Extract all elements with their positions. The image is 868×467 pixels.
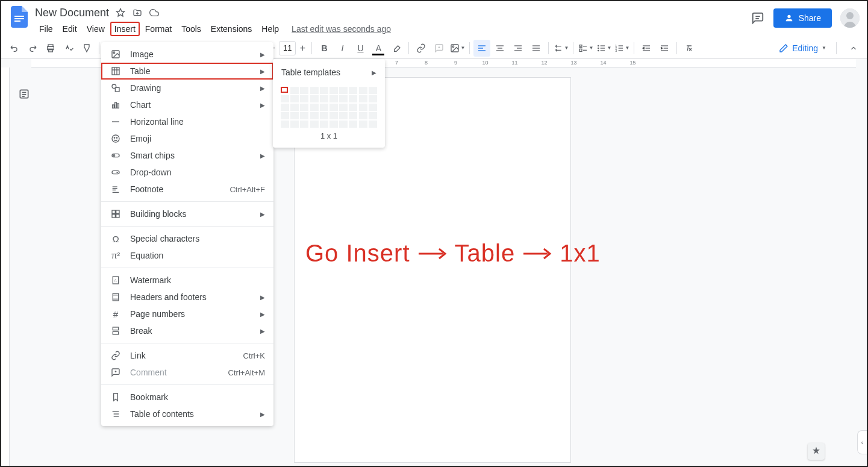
table-grid-cell[interactable] — [320, 87, 328, 94]
table-grid-cell[interactable] — [339, 95, 348, 102]
table-grid-cell[interactable] — [290, 121, 299, 128]
table-grid-cell[interactable] — [310, 87, 319, 94]
table-grid-cell[interactable] — [310, 121, 319, 128]
table-grid-cell[interactable] — [281, 95, 289, 102]
document-title[interactable]: New Document — [35, 7, 109, 19]
table-grid-cell[interactable] — [281, 121, 289, 128]
spellcheck-button[interactable] — [60, 40, 77, 57]
table-grid-cell[interactable] — [359, 121, 367, 128]
menu-item-image[interactable]: Image▶ — [101, 46, 273, 63]
italic-button[interactable]: I — [334, 40, 351, 57]
table-grid-cell[interactable] — [320, 121, 328, 128]
share-button[interactable]: Share — [773, 8, 832, 28]
menu-view[interactable]: View — [83, 22, 109, 36]
menu-item-watermark[interactable]: AWatermark — [101, 272, 273, 289]
table-grid-cell[interactable] — [359, 112, 367, 119]
menu-item-drawing[interactable]: Drawing▶ — [101, 80, 273, 96]
numbered-list-button[interactable]: 123▼ — [613, 40, 630, 57]
menu-item-table[interactable]: Table▶ — [101, 63, 273, 80]
table-grid-cell[interactable] — [329, 121, 338, 128]
table-grid-cell[interactable] — [349, 95, 357, 102]
image-button[interactable]: ▼ — [449, 40, 466, 57]
table-grid-cell[interactable] — [369, 87, 377, 94]
move-icon[interactable] — [132, 7, 143, 18]
table-grid-cell[interactable] — [359, 104, 367, 111]
menu-tools[interactable]: Tools — [177, 22, 205, 36]
table-grid-cell[interactable] — [310, 95, 319, 102]
table-grid-cell[interactable] — [339, 104, 348, 111]
table-grid-cell[interactable] — [320, 104, 328, 111]
explore-button[interactable] — [808, 443, 825, 460]
table-grid-cell[interactable] — [281, 104, 289, 111]
table-grid-cell[interactable] — [329, 87, 338, 94]
table-grid-cell[interactable] — [369, 112, 377, 119]
star-icon[interactable] — [115, 7, 126, 18]
vertical-ruler[interactable] — [1, 67, 10, 466]
table-grid-cell[interactable] — [290, 104, 299, 111]
user-avatar[interactable] — [840, 8, 860, 28]
menu-extensions[interactable]: Extensions — [207, 22, 256, 36]
menu-item-break[interactable]: Break▶ — [101, 322, 273, 339]
menu-item-equation[interactable]: π²Equation — [101, 247, 273, 264]
highlight-button[interactable] — [388, 40, 405, 57]
docs-logo[interactable] — [8, 6, 30, 28]
decrease-indent-button[interactable] — [638, 40, 655, 57]
table-grid-cell[interactable] — [359, 95, 367, 102]
table-grid-cell[interactable] — [281, 112, 289, 119]
table-grid-cell[interactable] — [339, 87, 348, 94]
text-color-button[interactable]: A — [370, 40, 387, 57]
table-grid-cell[interactable] — [369, 104, 377, 111]
align-right-button[interactable] — [510, 40, 526, 57]
editing-mode-button[interactable]: Editing ▼ — [773, 41, 832, 55]
table-size-grid[interactable] — [281, 87, 377, 128]
menu-item-chart[interactable]: Chart▶ — [101, 96, 273, 113]
table-grid-cell[interactable] — [300, 112, 308, 119]
bold-button[interactable]: B — [316, 40, 333, 57]
table-grid-cell[interactable] — [369, 121, 377, 128]
table-grid-cell[interactable] — [300, 87, 308, 94]
table-grid-cell[interactable] — [300, 121, 308, 128]
menu-item-building-blocks[interactable]: Building blocks▶ — [101, 205, 273, 222]
undo-button[interactable] — [6, 40, 23, 57]
font-size-increase[interactable]: + — [297, 41, 308, 55]
table-grid-cell[interactable] — [310, 112, 319, 119]
comments-icon[interactable] — [751, 11, 765, 25]
menu-file[interactable]: File — [35, 22, 57, 36]
table-grid-cell[interactable] — [290, 87, 299, 94]
outline-toggle-button[interactable] — [16, 86, 33, 102]
side-panel-toggle[interactable]: ‹ — [857, 430, 867, 454]
table-grid-cell[interactable] — [359, 87, 367, 94]
table-grid-cell[interactable] — [281, 87, 288, 93]
table-grid-cell[interactable] — [349, 112, 357, 119]
table-grid-cell[interactable] — [369, 95, 377, 102]
menu-format[interactable]: Format — [141, 22, 176, 36]
table-grid-cell[interactable] — [310, 104, 319, 111]
menu-edit[interactable]: Edit — [58, 22, 81, 36]
menu-item-drop-down[interactable]: Drop-down — [101, 164, 273, 181]
table-grid-cell[interactable] — [349, 87, 357, 94]
table-grid-cell[interactable] — [339, 121, 348, 128]
table-grid-cell[interactable] — [339, 112, 348, 119]
print-button[interactable] — [42, 40, 59, 57]
increase-indent-button[interactable] — [656, 40, 673, 57]
align-center-button[interactable] — [492, 40, 508, 57]
checklist-button[interactable]: ▼ — [577, 40, 594, 57]
align-justify-button[interactable] — [528, 40, 545, 57]
table-grid-cell[interactable] — [300, 95, 308, 102]
comment-button[interactable] — [431, 40, 448, 57]
line-spacing-button[interactable]: ▼ — [552, 40, 569, 57]
paint-format-button[interactable] — [78, 40, 95, 57]
menu-item-special-characters[interactable]: ΩSpecial characters — [101, 230, 273, 247]
table-grid-cell[interactable] — [300, 104, 308, 111]
table-grid-cell[interactable] — [320, 95, 328, 102]
menu-help[interactable]: Help — [257, 22, 283, 36]
table-grid-cell[interactable] — [349, 104, 357, 111]
menu-item-horizontal-line[interactable]: Horizontal line — [101, 113, 273, 130]
table-grid-cell[interactable] — [329, 104, 338, 111]
redo-button[interactable] — [24, 40, 41, 57]
menu-item-link[interactable]: LinkCtrl+K — [101, 347, 273, 364]
table-templates-item[interactable]: Table templates ▶ — [273, 64, 385, 81]
collapse-toolbar-button[interactable] — [845, 40, 862, 57]
last-edit-link[interactable]: Last edit was seconds ago — [292, 22, 391, 36]
menu-item-page-numbers[interactable]: #Page numbers▶ — [101, 306, 273, 322]
